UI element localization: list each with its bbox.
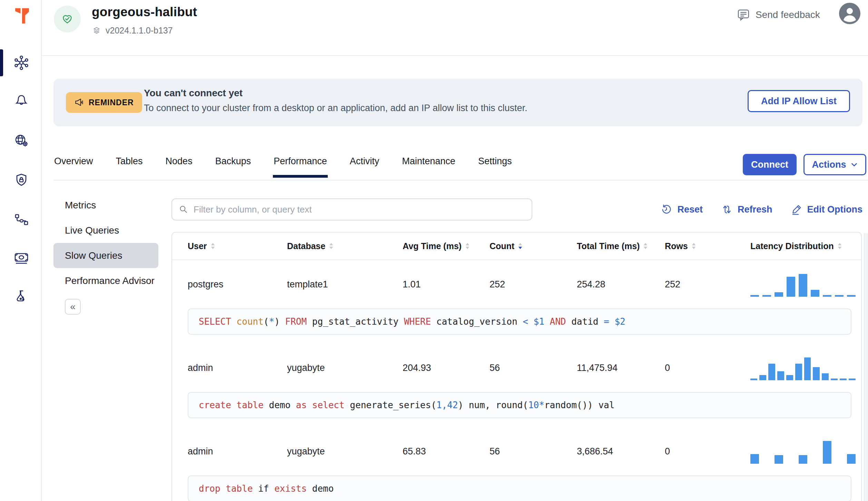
histogram-bar [762,295,771,297]
histogram-bar [813,367,820,380]
table-actions: Reset Refresh Edit Options [649,198,862,220]
collapse-sidebar-button[interactable]: « [65,299,81,315]
column-header-latency-distribution[interactable]: Latency Distribution [750,241,854,251]
tab-nodes[interactable]: Nodes [165,156,193,178]
reset-button[interactable]: Reset [660,203,703,216]
send-feedback-button[interactable]: Send feedback [736,8,820,22]
avatar-icon [839,3,860,24]
sidebar-item-integrations[interactable] [13,211,30,228]
sidebar-item-clusters[interactable] [13,55,30,71]
histogram-bar [847,295,856,297]
edit-options-button[interactable]: Edit Options [790,203,862,216]
reset-history-icon [660,203,673,216]
query-row[interactable]: adminyugabyte204.935611,475.940 [172,344,861,392]
sort-icon [837,242,842,250]
subnav-item-performance-advisor[interactable]: Performance Advisor [53,268,158,293]
sidebar-item-network[interactable] [13,132,30,149]
histogram-bar [775,455,783,464]
subnav-item-live-queries[interactable]: Live Queries [53,218,158,243]
histogram-bar [777,371,784,380]
query-row[interactable]: postgrestemplate11.01252254.28252 [172,260,861,308]
cell-total-time: 11,475.94 [577,363,665,373]
banner-title: You can't connect yet [144,88,243,99]
filter-input[interactable] [194,204,532,215]
actions-dropdown-button[interactable]: Actions [803,154,866,175]
performance-subnav: MetricsLive QueriesSlow QueriesPerforman… [53,193,158,293]
cluster-health-badge [54,6,81,32]
cell-user: admin [188,363,287,373]
column-header-database[interactable]: Database [287,241,403,251]
cell-count: 252 [490,279,577,290]
latency-histogram [750,355,856,380]
query-text-box[interactable]: create table demo as select generate_ser… [188,392,851,418]
tab-settings[interactable]: Settings [477,156,513,178]
query-text-box[interactable]: SELECT count(*) FROM pg_stat_activity WH… [188,308,851,335]
slow-queries-table: User Database Avg Time (ms) Count Total … [171,232,862,501]
actions-label: Actions [812,159,846,170]
sort-icon [465,242,470,250]
chat-bubble-icon [736,8,751,22]
reminder-banner: REMINDER You can't connect yet To connec… [53,79,862,126]
histogram-bar [849,379,856,380]
tab-maintenance[interactable]: Maintenance [401,156,456,178]
histogram-bar [831,379,838,380]
histogram-bar [750,295,759,297]
cell-user: postgres [188,279,287,290]
layers-icon [92,26,101,36]
histogram-bar [840,379,847,380]
tab-activity[interactable]: Activity [349,156,380,178]
shield-lock-icon [13,172,30,188]
sidebar-item-security[interactable] [13,172,30,188]
subnav-item-metrics[interactable]: Metrics [53,193,158,218]
histogram-bar [768,364,775,380]
send-feedback-label: Send feedback [756,9,820,20]
cell-rows: 0 [665,446,750,457]
tab-backups[interactable]: Backups [215,156,252,178]
cell-avg-time: 65.83 [403,446,490,457]
column-header-user[interactable]: User [188,241,287,251]
latency-histogram [750,272,856,297]
subnav-item-slow-queries[interactable]: Slow Queries [53,243,158,268]
cell-count: 56 [490,363,577,373]
tab-performance[interactable]: Performance [273,156,328,178]
histogram-bar [823,295,831,297]
cell-database: yugabyte [287,363,403,373]
double-chevron-left-icon: « [70,301,76,312]
tab-tables[interactable]: Tables [115,156,144,178]
money-icon [13,250,30,266]
search-icon [178,204,189,215]
sort-icon [518,242,523,250]
sidebar-item-billing[interactable] [13,250,30,266]
sort-icon [691,242,696,250]
sidebar-item-alerts[interactable] [13,92,30,109]
connect-button[interactable]: Connect [743,154,797,175]
yugabyte-logo-icon[interactable] [12,6,32,26]
icon-sidebar [0,0,42,501]
sidebar-active-indicator [0,49,3,76]
histogram-bar [799,455,807,464]
cell-count: 56 [490,446,577,457]
sort-icon [210,242,215,250]
tabs-divider [53,180,868,180]
column-header-avg-time-ms[interactable]: Avg Time (ms) [403,241,490,251]
sidebar-item-labs[interactable] [13,288,30,305]
histogram-bar [750,454,759,464]
tab-overview[interactable]: Overview [53,156,94,178]
query-text-box[interactable]: drop table if exists demo [188,475,851,501]
column-header-rows[interactable]: Rows [665,241,750,251]
histogram-bar [799,274,807,297]
vertical-scrollbar[interactable] [864,233,868,501]
add-ip-allow-list-button[interactable]: Add IP Allow List [748,90,850,112]
cell-rows: 252 [665,279,750,290]
refresh-button[interactable]: Refresh [721,203,772,216]
histogram-bar [787,277,795,297]
banner-description: To connect to your cluster from a deskto… [144,103,527,114]
table-body: postgrestemplate11.01252254.28252SELECT … [172,260,861,501]
column-header-count[interactable]: Count [490,241,577,251]
refresh-icon [721,203,733,216]
column-header-total-time-ms[interactable]: Total Time (ms) [577,241,665,251]
query-row[interactable]: adminyugabyte65.83563,686.540 [172,427,861,475]
user-avatar[interactable] [839,3,860,24]
histogram-bar [835,295,844,297]
edit-pencil-icon [790,203,803,216]
